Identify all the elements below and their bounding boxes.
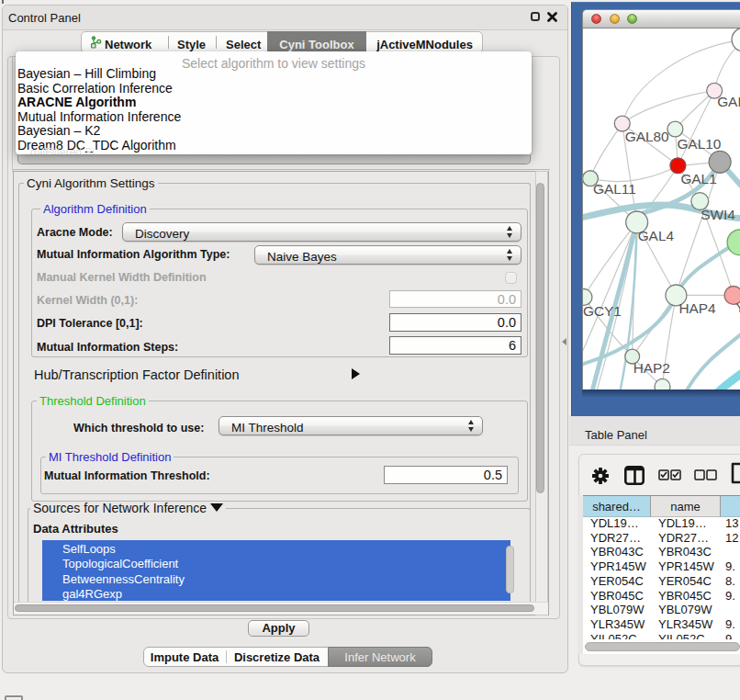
svg-text:GAL1: GAL1: [680, 171, 716, 186]
svg-text:HAP2: HAP2: [633, 360, 670, 376]
svg-text:GAL10: GAL10: [677, 136, 721, 152]
svg-text:GAL80: GAL80: [625, 129, 669, 144]
svg-text:GCY1: GCY1: [583, 303, 622, 319]
svg-text:SWI4: SWI4: [701, 207, 735, 222]
svg-text:HAP4: HAP4: [678, 300, 716, 316]
svg-text:GAL4: GAL4: [638, 228, 675, 243]
svg-text:Y: Y: [735, 299, 740, 315]
svg-text:GAL2: GAL2: [717, 94, 740, 109]
svg-text:GAL11: GAL11: [593, 181, 636, 197]
